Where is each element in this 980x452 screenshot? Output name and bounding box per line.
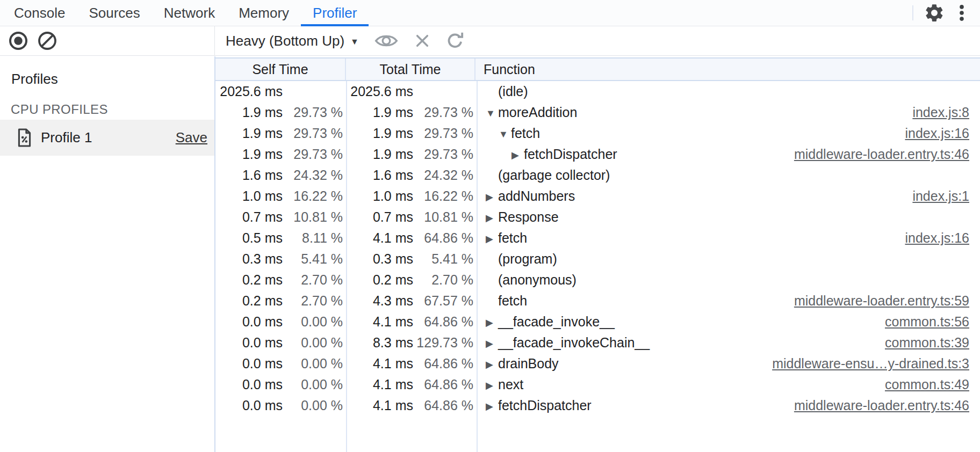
tabbar-divider: [912, 5, 913, 20]
total-time-pct: 64.86 %: [413, 356, 473, 371]
self-time-cell: 1.0 ms16.22 %: [215, 188, 347, 204]
profile-table-row[interactable]: 0.2 ms2.70 %4.3 ms67.57 %fetchmiddleware…: [215, 290, 980, 311]
save-profile-link[interactable]: Save: [176, 129, 207, 146]
source-link[interactable]: index.js:16: [889, 230, 969, 246]
function-name: fetch: [498, 230, 527, 246]
profile-name: Profile 1: [41, 129, 92, 146]
function-cell: fetchmiddleware-loader.entry.ts:59: [478, 293, 980, 309]
source-link[interactable]: middleware-loader.entry.ts:46: [778, 147, 969, 162]
tree-collapse-icon[interactable]: ▼: [499, 128, 511, 139]
tree-expand-icon[interactable]: ▶: [511, 149, 524, 160]
profile-table-row[interactable]: 1.0 ms16.22 %1.0 ms16.22 %▶addNumbersind…: [215, 186, 980, 207]
profile-table-row[interactable]: 0.5 ms8.11 %4.1 ms64.86 %▶fetchindex.js:…: [215, 228, 980, 249]
tree-expand-icon[interactable]: ▶: [486, 400, 498, 411]
profile-table-row[interactable]: 0.0 ms0.00 %4.1 ms64.86 %▶drainBodymiddl…: [215, 353, 980, 374]
self-time-ms: 0.2 ms: [215, 293, 283, 309]
source-link[interactable]: index.js:16: [889, 126, 969, 141]
total-time-cell: 1.6 ms24.32 %: [347, 167, 478, 183]
total-time-pct: 64.86 %: [413, 314, 473, 330]
source-link[interactable]: middleware-loader.entry.ts:46: [778, 398, 969, 413]
clear-profiles-button[interactable]: [37, 30, 58, 52]
devtools-tab-bar: ConsoleSourcesNetworkMemoryProfiler: [0, 0, 980, 26]
tree-expand-icon[interactable]: ▶: [486, 317, 498, 327]
total-time-ms: 4.1 ms: [347, 356, 413, 371]
exclude-function-button[interactable]: [414, 32, 431, 49]
profile-table-row[interactable]: 2025.6 ms2025.6 ms(idle): [215, 81, 980, 102]
function-name: __facade_invoke__: [498, 314, 615, 330]
self-time-pct: 0.00 %: [283, 377, 343, 392]
column-header-total-time[interactable]: Total Time: [346, 59, 475, 80]
reload-icon: [446, 32, 464, 50]
function-cell: (garbage collector): [478, 167, 980, 183]
profile-table-row[interactable]: 0.2 ms2.70 %0.2 ms2.70 %(anonymous): [215, 269, 980, 290]
source-link[interactable]: common.ts:56: [869, 314, 969, 330]
function-cell: ▶__facade_invoke__common.ts:56: [478, 314, 980, 330]
tab-memory[interactable]: Memory: [227, 0, 301, 26]
profile-table-row[interactable]: 0.0 ms0.00 %4.1 ms64.86 %▶fetchDispatche…: [215, 395, 980, 416]
self-time-cell: 0.0 ms0.00 %: [215, 356, 347, 371]
settings-button[interactable]: [924, 3, 945, 23]
source-link[interactable]: middleware-ensu…y-drained.ts:3: [756, 356, 969, 371]
total-time-cell: 0.2 ms2.70 %: [347, 272, 478, 288]
tree-expand-icon[interactable]: ▶: [486, 212, 498, 223]
profile-view-select[interactable]: Heavy (Bottom Up) ▼: [226, 33, 359, 49]
profile-table-row[interactable]: 0.7 ms10.81 %0.7 ms10.81 %▶Response: [215, 207, 980, 228]
grid-body: 2025.6 ms2025.6 ms(idle)1.9 ms29.73 %1.9…: [215, 81, 980, 452]
profile-table-row[interactable]: 0.3 ms5.41 %0.3 ms5.41 %(program): [215, 249, 980, 269]
tabbar-actions: [912, 0, 980, 26]
column-header-function[interactable]: Function: [475, 59, 980, 80]
tree-expand-icon[interactable]: ▶: [486, 338, 498, 348]
total-time-ms: 0.7 ms: [347, 209, 413, 225]
source-link[interactable]: common.ts:49: [869, 377, 969, 392]
focus-function-button[interactable]: [374, 32, 399, 49]
self-time-cell: 1.9 ms29.73 %: [215, 147, 347, 162]
gear-icon: [924, 3, 945, 23]
function-name: (garbage collector): [498, 167, 610, 183]
profile-table-row[interactable]: 0.0 ms0.00 %4.1 ms64.86 %▶nextcommon.ts:…: [215, 374, 980, 395]
tab-network[interactable]: Network: [152, 0, 227, 26]
total-time-pct: 64.86 %: [413, 377, 473, 392]
total-time-pct: 24.32 %: [413, 167, 473, 183]
source-link[interactable]: index.js:8: [896, 105, 969, 120]
self-time-pct: 8.11 %: [283, 230, 343, 246]
record-icon: [8, 30, 29, 52]
profile-table-row[interactable]: 1.9 ms29.73 %1.9 ms29.73 %▼moreAdditioni…: [215, 102, 980, 123]
source-link[interactable]: index.js:1: [896, 188, 969, 204]
sidebar-item-profile-1[interactable]: Profile 1 Save: [0, 120, 214, 156]
profile-table-row[interactable]: 0.0 ms0.00 %4.1 ms64.86 %▶__facade_invok…: [215, 311, 980, 332]
column-header-self-time[interactable]: Self Time: [215, 59, 346, 80]
total-time-pct: 67.57 %: [413, 293, 473, 309]
more-options-button[interactable]: [955, 3, 968, 23]
self-time-cell: 0.0 ms0.00 %: [215, 398, 347, 413]
self-time-ms: 0.2 ms: [215, 272, 283, 288]
function-cell: ▶drainBodymiddleware-ensu…y-drained.ts:3: [478, 356, 980, 371]
total-time-ms: 0.2 ms: [347, 272, 413, 288]
tab-sources[interactable]: Sources: [77, 0, 152, 26]
profile-view-label: Heavy (Bottom Up): [226, 33, 344, 49]
profile-data-grid: Self Time Total Time Function 2025.6 ms2…: [214, 56, 980, 452]
total-time-cell: 1.9 ms29.73 %: [347, 105, 478, 120]
source-link[interactable]: middleware-loader.entry.ts:59: [778, 293, 969, 309]
profile-table-row[interactable]: 1.9 ms29.73 %1.9 ms29.73 %▶fetchDispatch…: [215, 144, 980, 165]
tree-collapse-icon[interactable]: ▼: [486, 107, 498, 118]
self-time-pct: 2.70 %: [283, 293, 343, 309]
tree-expand-icon[interactable]: ▶: [486, 359, 498, 369]
source-link[interactable]: common.ts:39: [869, 335, 969, 351]
tab-profiler[interactable]: Profiler: [301, 0, 369, 26]
profile-table-row[interactable]: 0.0 ms0.00 %8.3 ms129.73 %▶__facade_invo…: [215, 332, 980, 353]
profile-table-row[interactable]: 1.9 ms29.73 %1.9 ms29.73 %▼fetchindex.js…: [215, 123, 980, 144]
restore-functions-button[interactable]: [446, 32, 464, 50]
total-time-pct: 10.81 %: [413, 209, 473, 225]
total-time-cell: 1.0 ms16.22 %: [347, 188, 478, 204]
function-cell: ▶__facade_invokeChain__common.ts:39: [478, 335, 980, 351]
total-time-cell: 4.1 ms64.86 %: [347, 377, 478, 392]
start-recording-button[interactable]: [8, 30, 29, 52]
tree-expand-icon[interactable]: ▶: [486, 191, 498, 202]
profile-table-row[interactable]: 1.6 ms24.32 %1.6 ms24.32 %(garbage colle…: [215, 165, 980, 186]
tab-label: Network: [164, 5, 215, 21]
total-time-pct: 16.22 %: [413, 188, 473, 204]
tree-expand-icon[interactable]: ▶: [486, 233, 498, 244]
tab-console[interactable]: Console: [2, 0, 77, 26]
tree-expand-icon[interactable]: ▶: [486, 380, 498, 390]
function-cell: ▶addNumbersindex.js:1: [478, 188, 980, 204]
